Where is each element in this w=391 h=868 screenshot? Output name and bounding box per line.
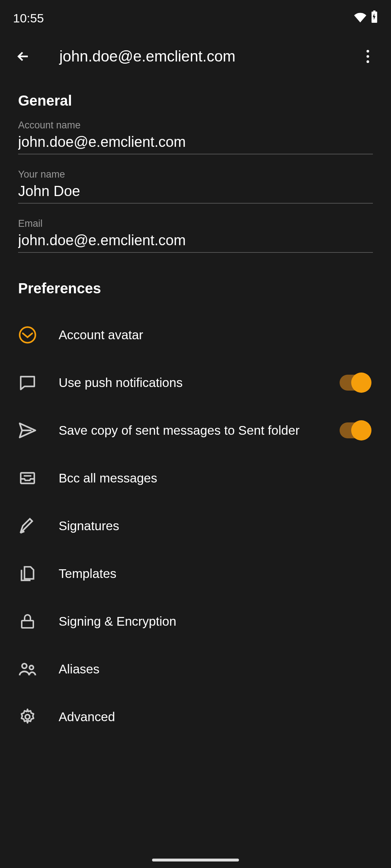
email-field: Email: [18, 218, 373, 253]
account-name-input[interactable]: [18, 132, 373, 154]
users-icon: [18, 660, 37, 678]
your-name-input[interactable]: [18, 182, 373, 204]
documents-icon: [18, 564, 37, 583]
pref-advanced[interactable]: Advanced: [18, 693, 373, 741]
pref-signatures[interactable]: Signatures: [18, 502, 373, 550]
svg-point-2: [366, 60, 369, 63]
svg-point-6: [22, 664, 27, 668]
tray-icon: [18, 469, 37, 488]
status-icons: [354, 10, 378, 26]
arrow-left-icon: [15, 48, 31, 64]
pref-bcc-all[interactable]: Bcc all messages: [18, 454, 373, 502]
pref-label: Signing & Encryption: [59, 614, 373, 629]
app-bar: john.doe@e.emclient.com: [0, 36, 391, 77]
gear-icon: [18, 707, 37, 726]
svg-point-0: [366, 50, 369, 52]
your-name-field: Your name: [18, 169, 373, 204]
status-time: 10:55: [13, 11, 44, 25]
navigation-handle[interactable]: [152, 859, 239, 861]
pen-icon: [18, 516, 37, 535]
preferences-section-header: Preferences: [18, 280, 373, 297]
svg-point-7: [29, 665, 33, 669]
pref-label: Account avatar: [59, 328, 373, 342]
svg-point-1: [366, 55, 369, 58]
more-vertical-icon: [366, 50, 369, 63]
pref-push-notifications[interactable]: Use push notifications: [18, 359, 373, 407]
page-title: john.doe@e.emclient.com: [59, 48, 355, 65]
pref-label: Use push notifications: [59, 375, 318, 390]
pref-save-sent[interactable]: Save copy of sent messages to Sent folde…: [18, 407, 373, 454]
send-icon: [18, 421, 37, 440]
battery-icon: [371, 10, 378, 26]
pref-label: Save copy of sent messages to Sent folde…: [59, 423, 318, 438]
pref-signing-encryption[interactable]: Signing & Encryption: [18, 597, 373, 645]
avatar-icon: [18, 326, 37, 344]
status-bar: 10:55: [0, 0, 391, 36]
more-button[interactable]: [355, 43, 381, 69]
pref-templates[interactable]: Templates: [18, 550, 373, 597]
email-input[interactable]: [18, 231, 373, 253]
save-sent-toggle[interactable]: [340, 422, 370, 438]
general-section-header: General: [18, 93, 373, 109]
email-label: Email: [18, 218, 373, 229]
pref-label: Advanced: [59, 710, 373, 724]
account-name-field: Account name: [18, 120, 373, 154]
push-toggle[interactable]: [340, 375, 370, 391]
your-name-label: Your name: [18, 169, 373, 180]
pref-label: Bcc all messages: [59, 471, 373, 485]
pref-label: Aliases: [59, 662, 373, 676]
back-button[interactable]: [10, 43, 36, 69]
wifi-icon: [354, 11, 366, 25]
pref-label: Templates: [59, 566, 373, 581]
pref-label: Signatures: [59, 519, 373, 533]
chat-icon: [18, 373, 37, 392]
lock-icon: [18, 612, 37, 631]
pref-aliases[interactable]: Aliases: [18, 645, 373, 693]
pref-account-avatar[interactable]: Account avatar: [18, 311, 373, 359]
svg-point-3: [20, 327, 35, 342]
svg-point-8: [25, 715, 30, 719]
account-name-label: Account name: [18, 120, 373, 131]
